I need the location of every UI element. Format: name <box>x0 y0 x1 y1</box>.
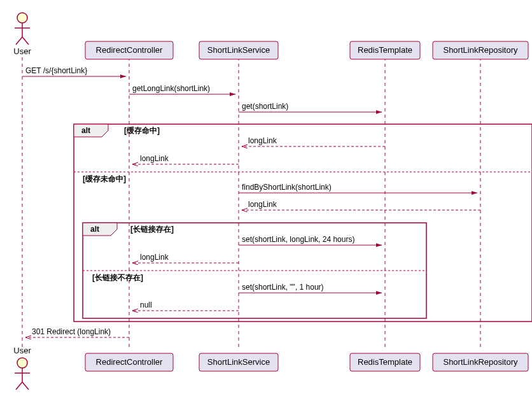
msg-getlonglink-text: getLongLink(shortLink) <box>132 84 210 93</box>
participant-controller-label-bottom: RedirectController <box>96 357 163 367</box>
msg-return-longlink-2-text: longLink <box>140 154 169 163</box>
svg-point-0 <box>17 13 27 23</box>
msg-return-null-text: null <box>140 301 152 309</box>
svg-line-3 <box>16 37 22 45</box>
msg-301-redirect-text: 301 Redirect (longLink) <box>32 327 111 336</box>
sequence-diagram: User RedirectController ShortLinkService… <box>6 6 532 396</box>
msg-return-longlink-3-text: longLink <box>248 200 277 209</box>
msg-get-shortlink-text: GET /s/{shortLink} <box>25 66 87 75</box>
alt-inner-label-box <box>83 223 117 236</box>
alt-outer-cond2: [缓存未命中] <box>83 174 126 183</box>
participant-controller-label-top: RedirectController <box>96 45 163 55</box>
actor-user-top: User <box>13 13 31 56</box>
participant-redis-label-bottom: RedisTemplate <box>358 357 412 367</box>
svg-line-4 <box>22 37 29 45</box>
msg-return-longlink-4-text: longLink <box>140 253 169 262</box>
participant-redis-label-top: RedisTemplate <box>358 45 412 55</box>
msg-redis-get-text: get(shortLink) <box>242 102 288 111</box>
alt-inner-label: alt <box>90 225 99 234</box>
alt-outer-cond1: [缓存命中] <box>124 126 160 135</box>
participant-service-label-bottom: ShortLinkService <box>207 357 270 367</box>
alt-inner-cond2: [长链接不存在] <box>92 273 143 282</box>
msg-return-longlink-1-text: longLink <box>248 136 277 145</box>
actor-label-top: User <box>13 46 31 56</box>
participant-repo-label-bottom: ShortLinkRepository <box>443 357 518 367</box>
svg-line-8 <box>16 382 22 390</box>
alt-inner-cond1: [长链接存在] <box>130 225 174 234</box>
actor-user-bottom: User <box>13 346 31 390</box>
msg-findbyshortlink-text: findByShortLink(shortLink) <box>242 183 332 192</box>
svg-line-9 <box>22 382 29 390</box>
alt-outer-label: alt <box>81 126 90 135</box>
svg-point-5 <box>17 358 27 368</box>
participant-repo-label-top: ShortLinkRepository <box>443 45 518 55</box>
msg-redis-set-1h-text: set(shortLink, "", 1 hour) <box>242 283 324 292</box>
participant-service-label-top: ShortLinkService <box>207 45 270 55</box>
msg-redis-set-24h-text: set(shortLink, longLink, 24 hours) <box>242 235 354 244</box>
actor-label-bottom: User <box>13 346 31 355</box>
alt-outer-label-box <box>74 124 108 137</box>
